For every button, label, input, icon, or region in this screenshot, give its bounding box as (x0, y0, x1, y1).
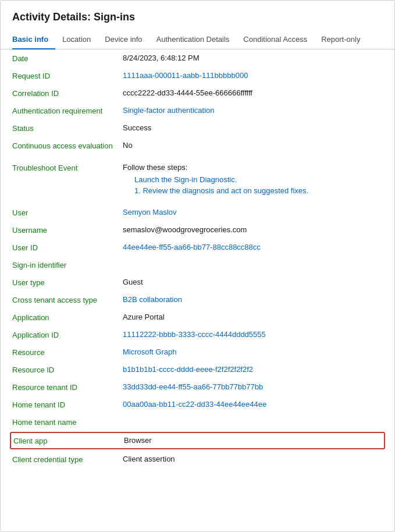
label-auth-requirement: Authentication requirement (12, 106, 123, 115)
label-continuous-access: Continuous access evaluation (12, 141, 123, 150)
row-application: Application Azure Portal (12, 308, 383, 326)
label-troubleshoot: Troubleshoot Event (12, 163, 123, 172)
value-client-app: Browser (124, 436, 382, 445)
label-user: User (12, 208, 123, 217)
label-resource: Resource (12, 347, 123, 357)
row-resource-tenant-id: Resource tenant ID 33dd33dd-ee44-ff55-aa… (12, 378, 383, 396)
row-resource: Resource Microsoft Graph (12, 343, 383, 361)
troubleshoot-follow-text: Follow these steps: (123, 163, 383, 172)
row-signin-identifier: Sign-in identifier (12, 256, 383, 274)
label-signin-identifier: Sign-in identifier (12, 260, 123, 269)
value-correlation-id: cccc2222-dd33-4444-55ee-666666ffffff (123, 88, 383, 97)
label-resource-tenant-id: Resource tenant ID (12, 382, 123, 392)
row-troubleshoot: Troubleshoot Event Follow these steps: L… (12, 159, 383, 199)
row-user-id: User ID 44ee44ee-ff55-aa66-bb77-88cc88cc… (12, 239, 383, 256)
value-user-id[interactable]: 44ee44ee-ff55-aa66-bb77-88cc88cc88cc (123, 243, 383, 251)
row-date: Date 8/24/2023, 6:48:12 PM (12, 49, 383, 67)
row-username: Username semaslov@woodgrovegroceries.com (12, 221, 383, 239)
value-cross-tenant-access[interactable]: B2B collaboration (123, 295, 383, 304)
label-request-id: Request ID (12, 71, 123, 80)
tab-authentication-details[interactable]: Authentication Details (150, 30, 237, 49)
row-user-type: User type Guest (12, 274, 383, 291)
label-client-app: Client app (13, 436, 124, 445)
value-date: 8/24/2023, 6:48:12 PM (123, 54, 383, 62)
row-status: Status Success (12, 119, 383, 137)
row-client-credential-type: Client credential type Client assertion (12, 451, 383, 468)
row-home-tenant-name: Home tenant name (12, 413, 383, 431)
tab-conditional-access[interactable]: Conditional Access (236, 30, 314, 49)
tab-location[interactable]: Location (55, 30, 98, 49)
row-home-tenant-id: Home tenant ID 00aa00aa-bb11-cc22-dd33-4… (12, 396, 383, 413)
value-application: Azure Portal (123, 313, 383, 321)
value-auth-requirement[interactable]: Single-factor authentication (123, 106, 383, 115)
label-username: Username (12, 225, 123, 235)
label-user-id: User ID (12, 243, 123, 252)
value-username: semaslov@woodgrovegroceries.com (123, 225, 383, 234)
label-resource-id: Resource ID (12, 365, 123, 374)
label-correlation-id: Correlation ID (12, 88, 123, 98)
value-user[interactable]: Semyon Maslov (123, 208, 383, 217)
value-application-id[interactable]: 11112222-bbbb-3333-cccc-4444dddd5555 (123, 330, 383, 339)
value-user-type: Guest (123, 278, 383, 286)
label-user-type: User type (12, 278, 123, 287)
row-client-app: Client app Browser (10, 432, 385, 449)
value-client-credential-type: Client assertion (123, 455, 383, 463)
tab-bar: Basic info Location Device info Authenti… (1, 30, 394, 49)
troubleshoot-block: Follow these steps: Launch the Sign-in D… (123, 163, 383, 195)
label-home-tenant-id: Home tenant ID (12, 400, 123, 409)
tab-report-only[interactable]: Report-only (314, 30, 367, 49)
tab-basic-info[interactable]: Basic info (12, 30, 55, 49)
row-resource-id: Resource ID b1b1b1b1-cccc-dddd-eeee-f2f2… (12, 361, 383, 378)
value-continuous-access: No (123, 141, 383, 150)
panel-title: Activity Details: Sign-ins (1, 1, 394, 30)
tab-device-info[interactable]: Device info (98, 30, 149, 49)
label-cross-tenant-access: Cross tenant access type (12, 295, 123, 304)
label-status: Status (12, 123, 123, 133)
row-cross-tenant-access: Cross tenant access type B2B collaborati… (12, 291, 383, 308)
troubleshoot-step: 1. Review the diagnosis and act on sugge… (134, 186, 383, 195)
activity-details-panel: Activity Details: Sign-ins Basic info Lo… (0, 0, 395, 532)
label-client-credential-type: Client credential type (12, 455, 123, 464)
value-status: Success (123, 123, 383, 132)
row-user: User Semyon Maslov (12, 204, 383, 221)
row-correlation-id: Correlation ID cccc2222-dd33-4444-55ee-6… (12, 84, 383, 102)
label-application: Application (12, 313, 123, 322)
label-date: Date (12, 54, 123, 63)
value-request-id[interactable]: 1111aaa-000011-aabb-111bbbbb000 (123, 71, 383, 80)
row-continuous-access: Continuous access evaluation No (12, 137, 383, 154)
value-resource[interactable]: Microsoft Graph (123, 347, 383, 356)
row-request-id: Request ID 1111aaa-000011-aabb-111bbbbb0… (12, 67, 383, 84)
label-home-tenant-name: Home tenant name (12, 417, 123, 427)
value-home-tenant-id[interactable]: 00aa00aa-bb11-cc22-dd33-44ee44ee44ee (123, 400, 383, 409)
row-application-id: Application ID 11112222-bbbb-3333-cccc-4… (12, 326, 383, 343)
value-resource-id[interactable]: b1b1b1b1-cccc-dddd-eeee-f2f2f2f2f2f2 (123, 365, 383, 374)
label-application-id: Application ID (12, 330, 123, 339)
troubleshoot-launch-link[interactable]: Launch the Sign-in Diagnostic. (134, 175, 383, 184)
content-area: Date 8/24/2023, 6:48:12 PM Request ID 11… (1, 49, 394, 480)
row-auth-requirement: Authentication requirement Single-factor… (12, 102, 383, 119)
value-resource-tenant-id[interactable]: 33dd33dd-ee44-ff55-aa66-77bb77bb77bb (123, 382, 383, 391)
